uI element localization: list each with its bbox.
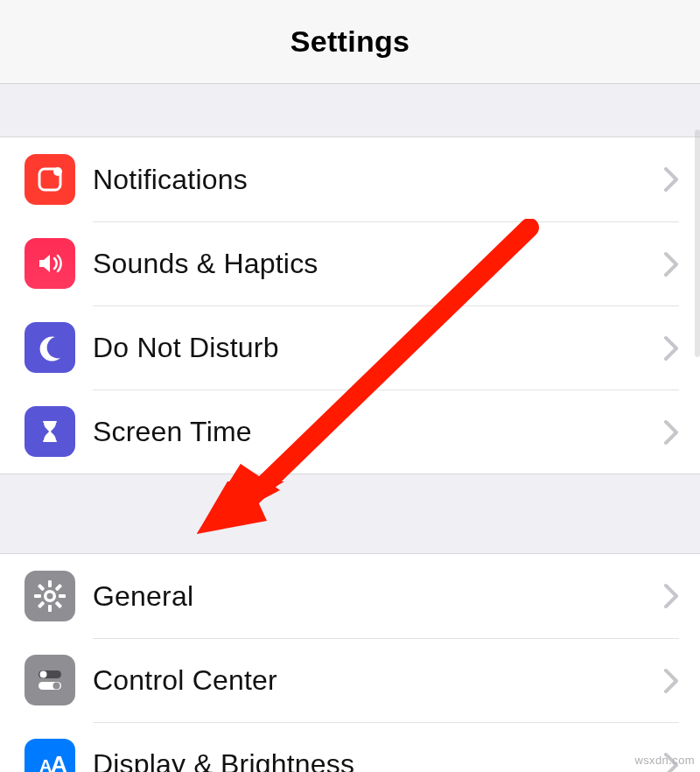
svg-rect-5 (34, 594, 41, 598)
row-controlcenter[interactable]: Control Center (0, 638, 700, 722)
row-general[interactable]: General (0, 554, 700, 638)
svg-rect-6 (59, 594, 66, 598)
row-display[interactable]: A A Display & Brightness (0, 722, 700, 772)
chevron-right-icon (663, 583, 679, 609)
scrollbar[interactable] (695, 130, 700, 357)
row-notifications[interactable]: Notifications (0, 137, 700, 221)
text-size-icon: A A (24, 739, 75, 772)
svg-rect-7 (55, 584, 62, 591)
group-spacer (0, 84, 700, 137)
svg-point-13 (40, 671, 47, 678)
svg-rect-4 (48, 605, 52, 612)
row-label: Sounds & Haptics (93, 248, 656, 280)
chevron-right-icon (663, 335, 679, 361)
notifications-icon (24, 154, 75, 205)
settings-group-2: General Control Center A A (0, 553, 700, 772)
chevron-right-icon (663, 251, 679, 277)
chevron-right-icon (663, 419, 679, 446)
gear-icon (24, 571, 75, 621)
row-screentime[interactable]: Screen Time (0, 390, 700, 474)
settings-group-1: Notifications Sounds & Haptics (0, 137, 700, 474)
svg-rect-9 (38, 584, 45, 591)
row-label: Screen Time (93, 416, 656, 448)
svg-rect-3 (48, 580, 52, 587)
row-label: Control Center (93, 664, 656, 697)
speaker-icon (24, 238, 75, 289)
row-dnd[interactable]: Do Not Disturb (0, 305, 700, 390)
svg-point-15 (53, 683, 60, 690)
group-spacer (0, 474, 700, 553)
svg-point-11 (47, 593, 53, 600)
row-label: Do Not Disturb (93, 332, 656, 364)
moon-icon (24, 322, 75, 373)
watermark: wsxdn.com (634, 754, 695, 767)
page-title: Settings (290, 25, 410, 59)
chevron-right-icon (663, 166, 679, 193)
svg-rect-8 (38, 601, 45, 608)
hourglass-icon (24, 406, 75, 457)
svg-point-1 (53, 167, 62, 176)
chevron-right-icon (663, 668, 679, 694)
svg-text:A: A (51, 751, 67, 772)
header: Settings (0, 0, 700, 84)
row-label: Notifications (93, 164, 656, 196)
toggles-icon (24, 655, 75, 705)
row-label: General (93, 580, 656, 613)
svg-rect-10 (55, 601, 62, 608)
row-sounds[interactable]: Sounds & Haptics (0, 221, 700, 305)
row-label: Display & Brightness (93, 748, 656, 772)
